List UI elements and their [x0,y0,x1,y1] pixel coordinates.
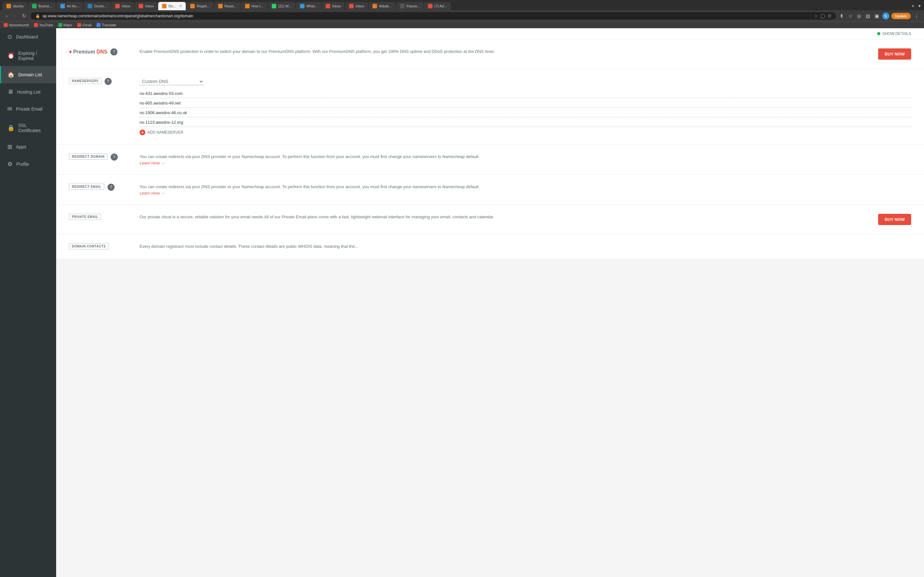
sidebar-label-hosting-list: Hosting List [17,89,40,95]
redirect-email-help-icon[interactable]: ? [107,184,115,191]
extension-icon[interactable]: ◯ [821,13,825,18]
nameservers-help-icon[interactable]: ? [105,78,111,85]
browser-tab-4[interactable]: Docke... [84,2,111,10]
share-button[interactable]: ⬆ [838,13,845,19]
menu-button[interactable]: ⋮ [913,13,920,19]
bookmark-translate[interactable]: Translate [97,23,116,27]
reload-button[interactable]: ↻ [20,12,28,19]
nameservers-row: NAMESERVERS ? Custom DNS + ADD NAMESERVE… [56,69,924,145]
browser-tab-13[interactable]: Inbox [322,2,344,10]
sidebar-label-expiring: Expiring / Expired [18,51,50,61]
toolbar-icons: ⬆ ☆ ◎ ▤ ▣ S Update ⋮ [838,13,920,19]
tab-expand-button[interactable]: ▼ [918,4,921,8]
sidebar-icon-private-email: ✉ [7,105,12,113]
nameservers-content: Custom DNS + ADD NAMESERVER [140,78,911,135]
address-bar[interactable]: 🔒 ap.www.namecheap.com/domains/domaincon… [31,12,836,19]
add-nameserver-label: ADD NAMESERVER [147,130,183,135]
dns-type-select[interactable]: Custom DNS [140,78,204,85]
sidebar-label-private-email: Private Email [16,106,42,111]
lock-icon: 🔒 [35,14,40,18]
redirect-domain-learn-how[interactable]: Learn How → [140,161,165,165]
nameserver-input-4[interactable] [140,118,911,127]
redirect-email-learn-how[interactable]: Learn How → [140,191,165,195]
bookmark-youtube[interactable]: YouTube [34,23,53,27]
browser-tab-12[interactable]: What... [296,2,321,10]
nameserver-input-2[interactable] [140,99,911,108]
private-email-buy-button[interactable]: BUY NOW [878,214,911,225]
sidebar-item-profile[interactable]: ⚙ Profile [0,155,56,173]
bookmark-maps[interactable]: Maps [58,23,72,27]
add-nameserver-button[interactable]: + ADD NAMESERVER [140,129,911,135]
profile-circle[interactable]: S [882,13,889,19]
redirect-email-row: REDIRECT EMAIL ? You can create redirect… [56,175,924,205]
browser-tab-11[interactable]: (21) W... [268,2,296,10]
sidebar-icon-expiring: ⏰ [7,52,15,59]
sidebar-item-expiring[interactable]: ⏰ Expiring / Expired [0,45,56,66]
extension-shield-button[interactable]: ◎ [856,13,863,19]
redirect-email-badge: REDIRECT EMAIL [69,184,104,190]
app-layout: ⊙ Dashboard ⏰ Expiring / Expired 🏠 Domai… [0,28,924,577]
sidebar-item-ssl[interactable]: 🔒 SSL Certificates [0,118,56,138]
nameservers-list [140,89,911,127]
browser-tab-9[interactable]: Reset... [214,2,241,10]
browser-tab-10[interactable]: How t... [241,2,267,10]
premium-dns-help-icon[interactable]: ? [110,48,118,55]
browser-tab-1[interactable]: ubuntu [3,2,27,10]
browser-tab-3[interactable]: Air An... [57,2,83,10]
sidebar-item-domain-list[interactable]: 🏠 Domain List [0,66,56,83]
redirect-domain-label-col: REDIRECT DOMAIN ? [69,153,133,161]
redirect-email-label-col: REDIRECT EMAIL ? [69,184,133,191]
sidebar-item-apps[interactable]: ⊞ Apps [0,138,56,155]
premium-text: Premium [73,49,95,55]
browser-tab-14[interactable]: Inbox [345,2,368,10]
dns-text: DNS [97,49,107,55]
new-tab-button[interactable]: + [909,2,917,10]
bookmark-novorésumé[interactable]: Novorésumé [4,23,29,27]
sidebar-icon-dashboard: ⊙ [7,33,12,40]
url-display: ap.www.namecheap.com/domains/domaincontr… [43,14,811,18]
browser-tab-16[interactable]: Passw... [396,2,423,10]
bookmark-gmail[interactable]: Gmail [78,23,92,27]
sidebar-item-dashboard[interactable]: ⊙ Dashboard [0,28,56,45]
sidebar-label-profile: Profile [16,161,29,167]
address-bar-row: ‹ › ↻ 🔒 ap.www.namecheap.com/domains/dom… [0,10,924,21]
sidebar-label-ssl: SSL Certificates [18,123,50,133]
browser-tab-2[interactable]: Busine... [28,2,56,10]
browser-tab-6[interactable]: Inbox [135,2,158,10]
tab-bar: ubuntu Busine... Air An... Docke... Inbo… [0,0,924,10]
premium-dns-row: ♦ PremiumDNS ? Enable PremiumDNS protect… [56,39,924,69]
nameserver-input-1[interactable] [140,89,911,98]
sidebar-toggle-button[interactable]: ▤ [864,13,871,19]
update-button[interactable]: Update [891,13,911,19]
sidebar-item-private-email[interactable]: ✉ Private Email [0,100,56,118]
premium-dns-buy-button[interactable]: BUY NOW [878,48,911,60]
nameservers-label-col: NAMESERVERS ? [69,78,133,85]
premium-dns-label-col: ♦ PremiumDNS ? [69,48,133,55]
back-button[interactable]: ‹ [4,13,9,19]
bookmarks-bar: Novorésumé YouTube Maps Gmail Translate [0,21,924,28]
private-email-description: Our private cloud is a secure, reliable … [140,214,865,221]
browser-tab-7[interactable]: Do... ✕ [158,2,186,10]
sidebar-label-apps: Apps [16,144,26,149]
sidebar-item-hosting-list[interactable]: 🖥 Hosting List [0,83,56,100]
nameserver-input-3[interactable] [140,108,911,117]
extension2-icon[interactable]: ⊡ [828,13,831,18]
reader-mode-button[interactable]: ▣ [873,13,880,19]
browser-tab-15[interactable]: Alibab... [368,2,396,10]
bookmark-manager-button[interactable]: ☆ [847,13,854,19]
bookmark-star-icon[interactable]: ☆ [814,13,818,18]
sidebar-icon-hosting-list: 🖥 [7,89,13,95]
show-details-dot [877,32,880,35]
private-email-section-row: PRIVATE EMAIL Our private cloud is a sec… [56,205,924,234]
tabs-container: ubuntu Busine... Air An... Docke... Inbo… [3,2,908,10]
browser-tab-5[interactable]: Inbox [111,2,134,10]
redirect-domain-row: REDIRECT DOMAIN ? You can create redirec… [56,145,924,175]
sidebar-icon-apps: ⊞ [7,143,12,150]
redirect-domain-help-icon[interactable]: ? [111,153,118,161]
show-details-link[interactable]: SHOW DETAILS [877,31,911,36]
browser-tab-17[interactable]: (7) Ad... [424,2,451,10]
redirect-domain-content: You can create redirects via your DNS pr… [140,153,911,165]
redirect-email-description: You can create redirects via your DNS pr… [140,184,911,190]
forward-button[interactable]: › [12,13,17,19]
browser-tab-8[interactable]: Regist... [186,2,213,10]
